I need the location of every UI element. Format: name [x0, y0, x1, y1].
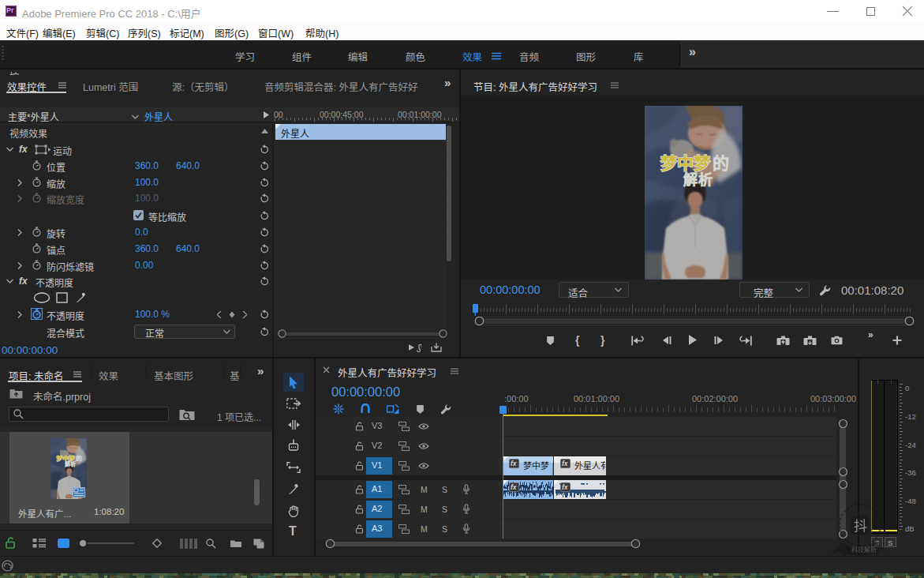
svg-text:抖: 抖: [854, 515, 867, 535]
svg-text:科技解析: 科技解析: [851, 545, 877, 554]
